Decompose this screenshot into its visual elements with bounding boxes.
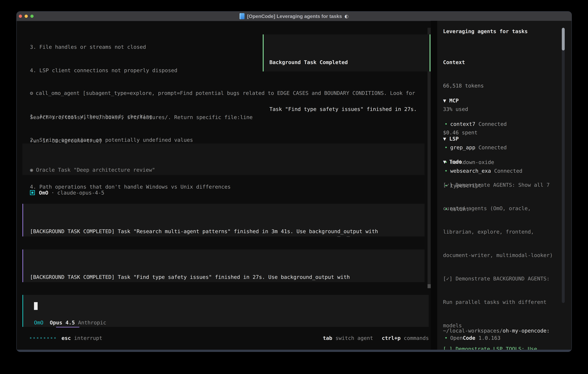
status-bar-right: tabswitch agent ctrl+pcommands bbox=[323, 335, 429, 341]
todo-line-done: Run parallel tasks with different bbox=[443, 298, 559, 306]
working-spinner-dots-icon bbox=[30, 337, 56, 339]
tab-hint: tabswitch agent bbox=[323, 335, 373, 341]
separator-dot: · bbox=[51, 190, 54, 196]
text-cursor bbox=[34, 302, 38, 310]
window-title: [OpenCode] Leveraging agents for tasks ◐ bbox=[240, 13, 349, 19]
model-selector-row[interactable]: OmOOpus 4.5Anthropic bbox=[34, 319, 106, 327]
scrollback-line: 3. File handles or streams not closed bbox=[30, 43, 253, 51]
oracle-task-box: ◉Oracle Task "Deep architecture review" … bbox=[22, 144, 424, 175]
workspace-path-line: ~/local-workspaces/oh-my-opencode: bbox=[443, 327, 550, 335]
omo-agent-icon bbox=[30, 190, 35, 195]
toast-title: Background Task Completed bbox=[269, 58, 430, 66]
pane-divider bbox=[431, 21, 437, 350]
gear-icon: ⚙ bbox=[30, 90, 33, 96]
workspace-info: ~/local-workspaces/oh-my-opencode: maste… bbox=[443, 311, 550, 352]
oracle-task-title-line: ◉Oracle Task "Deep architecture review" bbox=[30, 166, 424, 174]
tab-key: tab bbox=[323, 335, 332, 341]
todo-section-header[interactable]: ▼ Todo bbox=[443, 158, 462, 166]
context-header: Context bbox=[443, 58, 484, 66]
todo-line-done: curated agents (OmO, oracle, bbox=[443, 205, 559, 212]
mcp-section-header[interactable]: ▼ MCP bbox=[443, 97, 523, 104]
esc-key: esc bbox=[62, 335, 71, 341]
oracle-task-title: Oracle Task "Deep architecture review" bbox=[36, 167, 155, 173]
window-title-text: [OpenCode] Leveraging agents for tasks bbox=[247, 13, 342, 19]
input-agent-name: OmO bbox=[34, 320, 43, 326]
workspace-path-prefix: ~/local-workspaces/ bbox=[443, 328, 503, 334]
notification-toast[interactable]: Background Task Completed Task "Find typ… bbox=[263, 34, 430, 72]
esc-hint: escinterrupt bbox=[62, 335, 102, 341]
agent-name: OmO bbox=[39, 190, 48, 196]
background-task-card: [BACKGROUND TASK COMPLETED] Task "Resear… bbox=[22, 204, 424, 237]
status-bar: escinterrupt tabswitch agent ctrl+pcomma… bbox=[30, 334, 429, 342]
agent-header: OmO · claude-opus-4-5 bbox=[30, 189, 104, 197]
document-icon bbox=[240, 13, 244, 19]
fisheye-icon: ◉ bbox=[30, 167, 33, 173]
input-model-name: Opus 4.5 bbox=[50, 320, 75, 326]
window-bottom-edge bbox=[17, 350, 571, 352]
session-title: Leveraging agents for tasks bbox=[443, 28, 528, 35]
status-dot-icon: • bbox=[444, 335, 448, 341]
minimize-button[interactable] bbox=[25, 15, 28, 18]
app-name-suffix: Code bbox=[463, 335, 475, 341]
tool-call-item: 2. String operations on potentially unde… bbox=[30, 136, 415, 144]
traffic-lights bbox=[19, 15, 33, 18]
agent-model: claude-opus-4-5 bbox=[57, 190, 104, 196]
sidebar-scrollbar-track[interactable] bbox=[562, 28, 565, 303]
esc-label: interrupt bbox=[74, 335, 102, 341]
todo-line-done: [✓] Demonstrate BACKGROUND AGENTS: bbox=[443, 275, 559, 283]
todo-line-done: [✓] Demonstrate AGENTS: Show all 7 bbox=[443, 181, 559, 189]
prompt-input[interactable]: OmOOpus 4.5Anthropic bbox=[22, 295, 429, 327]
lsp-section-header[interactable]: ▼ LSP bbox=[443, 135, 494, 143]
ctrlp-key: ctrl+p bbox=[382, 335, 401, 341]
app-version: 1.0.163 bbox=[478, 335, 501, 341]
edited-indicator-icon: ◐ bbox=[345, 13, 348, 19]
status-bar-left: escinterrupt bbox=[30, 335, 102, 341]
version-line: •OpenCode1.0.163 bbox=[443, 334, 501, 342]
card-message-line: [BACKGROUND TASK COMPLETED] Task "Find t… bbox=[30, 273, 424, 281]
commands-hint: ctrl+pcommands bbox=[382, 335, 429, 341]
toast-body: Task "Find type safety issues" finished … bbox=[269, 105, 430, 113]
blank-line bbox=[269, 82, 430, 90]
app-name-prefix: Open bbox=[450, 335, 463, 341]
background-task-card: [BACKGROUND TASK COMPLETED] Task "Find t… bbox=[22, 249, 424, 282]
main-scrollbar-thumb[interactable] bbox=[428, 284, 431, 288]
todo-line-done: librarian, explore, frontend, bbox=[443, 228, 559, 236]
close-button[interactable] bbox=[19, 15, 22, 18]
window-titlebar[interactable]: [OpenCode] Leveraging agents for tasks ◐ bbox=[17, 11, 571, 21]
sidebar-scrollbar-thumb[interactable] bbox=[562, 28, 565, 51]
todo-line-done: document-writer, multimodal-looker) bbox=[443, 251, 559, 259]
workspace-path-repo: oh-my-opencode: bbox=[503, 328, 550, 334]
scrollback-line: 4. LSP client connections not properly d… bbox=[30, 67, 253, 74]
opencode-window: [OpenCode] Leveraging agents for tasks ◐… bbox=[16, 11, 572, 352]
zoom-button[interactable] bbox=[30, 15, 33, 18]
ctrlp-label: commands bbox=[404, 335, 429, 341]
tab-label: switch agent bbox=[335, 335, 373, 341]
input-provider-name: Anthropic bbox=[78, 320, 106, 326]
card-message-line: [BACKGROUND TASK COMPLETED] Task "Resear… bbox=[30, 228, 424, 235]
session-sidebar: Leveraging agents for tasks Context 66,5… bbox=[437, 21, 572, 350]
